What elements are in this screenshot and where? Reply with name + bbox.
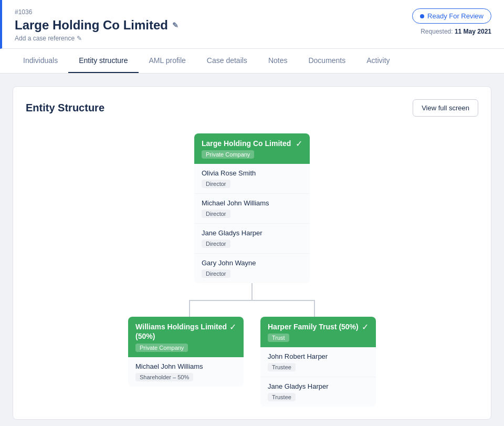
tab-documents[interactable]: Documents xyxy=(298,49,356,73)
member-role: Director xyxy=(202,240,230,248)
williams-entity-name: Williams Holdings Limited (50%) xyxy=(135,322,229,341)
edit-title-icon[interactable]: ✎ xyxy=(172,21,178,29)
tab-bar: Individuals Entity structure AML profile… xyxy=(0,49,504,74)
tab-entity-structure[interactable]: Entity structure xyxy=(68,49,138,73)
root-entity-info: Large Holding Co Limited Private Company xyxy=(202,139,291,159)
member-row[interactable]: Jane Gladys Harper Director xyxy=(194,224,310,254)
member-name: Olivia Rose Smith xyxy=(202,169,302,177)
children-row: Williams Holdings Limited (50%) Private … xyxy=(128,317,376,407)
root-entity-header: Large Holding Co Limited Private Company… xyxy=(194,133,310,164)
header-right: Ready For Review Requested: 11 May 2021 xyxy=(412,8,491,35)
page-header: #1036 Large Holding Co Limited ✎ Add a c… xyxy=(0,0,504,49)
williams-entity-node: Williams Holdings Limited (50%) Private … xyxy=(128,317,244,386)
member-role: Director xyxy=(202,269,230,278)
view-fullscreen-button[interactable]: View full screen xyxy=(413,99,478,117)
member-role: Trustee xyxy=(268,393,296,401)
status-badge: Ready For Review xyxy=(412,8,491,24)
member-role: Shareholder – 50% xyxy=(135,373,193,381)
member-row[interactable]: Michael John Williams Director xyxy=(194,194,310,224)
member-row[interactable]: Gary John Wayne Director xyxy=(194,254,310,283)
root-down-connector xyxy=(251,283,253,300)
member-role: Director xyxy=(202,210,230,218)
member-name: Jane Gladys Harper xyxy=(202,229,302,237)
case-title-text: Large Holding Co Limited xyxy=(15,18,168,33)
member-name: Michael John Williams xyxy=(135,362,236,370)
root-entity-type: Private Company xyxy=(202,150,254,159)
tab-notes[interactable]: Notes xyxy=(258,49,298,73)
status-label: Ready For Review xyxy=(427,12,484,20)
case-number: #1036 xyxy=(15,8,178,16)
header-left: #1036 Large Holding Co Limited ✎ Add a c… xyxy=(15,8,178,42)
main-content: Entity Structure View full screen Large … xyxy=(0,74,504,426)
tab-activity[interactable]: Activity xyxy=(356,49,400,73)
harper-entity-type: Trust xyxy=(268,334,289,342)
member-name: Gary John Wayne xyxy=(202,259,302,267)
tab-aml-profile[interactable]: AML profile xyxy=(139,49,196,73)
entity-tree: Large Holding Co Limited Private Company… xyxy=(26,133,478,407)
case-title: Large Holding Co Limited ✎ xyxy=(15,18,178,33)
content-title: Entity Structure xyxy=(26,102,104,114)
harper-check-icon: ✓ xyxy=(362,322,369,332)
member-role: Director xyxy=(202,180,230,188)
williams-entity-type: Private Company xyxy=(135,344,188,352)
content-header: Entity Structure View full screen xyxy=(26,99,478,117)
member-name: Michael John Williams xyxy=(202,199,302,207)
content-card: Entity Structure View full screen Large … xyxy=(13,86,491,420)
root-entity-node: Large Holding Co Limited Private Company… xyxy=(194,133,310,283)
member-row[interactable]: Olivia Rose Smith Director xyxy=(194,164,310,194)
root-entity-name: Large Holding Co Limited xyxy=(202,139,291,148)
member-name: Jane Gladys Harper xyxy=(268,382,369,390)
child-williams: Williams Holdings Limited (50%) Private … xyxy=(128,317,244,386)
edit-ref-icon[interactable]: ✎ xyxy=(77,35,82,42)
requested-date: Requested: 11 May 2021 xyxy=(421,28,491,35)
member-role: Trustee xyxy=(268,363,296,371)
harper-entity-node: Harper Family Trust (50%) Trust ✓ John R… xyxy=(260,317,376,407)
branch-down-left xyxy=(189,300,190,317)
williams-entity-header: Williams Holdings Limited (50%) Private … xyxy=(128,317,244,357)
williams-entity-info: Williams Holdings Limited (50%) Private … xyxy=(135,322,229,351)
branch-down-right xyxy=(314,300,315,317)
harper-entity-name: Harper Family Trust (50%) xyxy=(268,322,359,331)
status-dot xyxy=(420,14,424,18)
tab-individuals[interactable]: Individuals xyxy=(13,49,68,73)
member-row[interactable]: Jane Gladys Harper Trustee xyxy=(260,377,376,407)
member-row[interactable]: Michael John Williams Shareholder – 50% xyxy=(128,357,244,387)
branch-lines xyxy=(126,300,378,317)
child-harper: Harper Family Trust (50%) Trust ✓ John R… xyxy=(260,317,376,407)
member-row[interactable]: John Robert Harper Trustee xyxy=(260,347,376,377)
harper-entity-info: Harper Family Trust (50%) Trust xyxy=(268,322,359,342)
case-ref[interactable]: Add a case reference ✎ xyxy=(15,35,178,42)
root-check-icon: ✓ xyxy=(296,139,302,149)
williams-check-icon: ✓ xyxy=(229,322,236,332)
tab-case-details[interactable]: Case details xyxy=(196,49,258,73)
root-entity-wrapper: Large Holding Co Limited Private Company… xyxy=(194,133,310,283)
harper-entity-header: Harper Family Trust (50%) Trust ✓ xyxy=(260,317,376,347)
member-name: John Robert Harper xyxy=(268,352,369,360)
